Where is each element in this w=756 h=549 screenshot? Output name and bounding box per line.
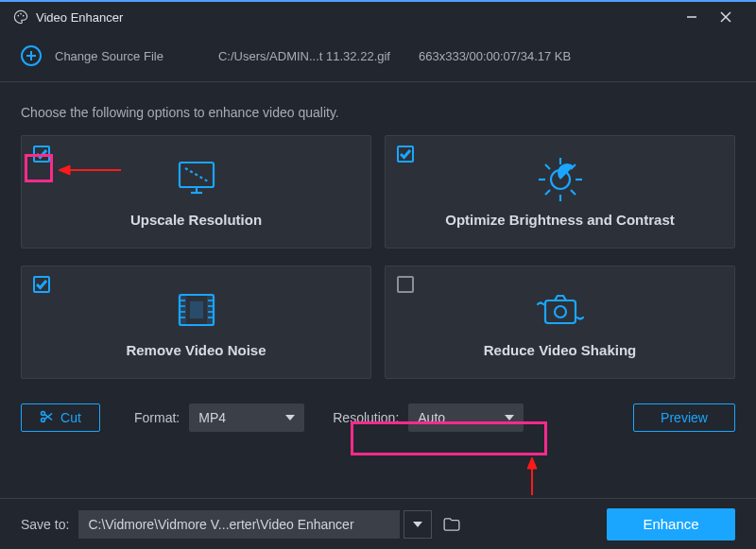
change-source-icon[interactable] — [21, 45, 42, 66]
change-source-label[interactable]: Change Source File — [55, 49, 163, 63]
svg-line-18 — [571, 190, 576, 195]
chevron-down-icon — [413, 522, 422, 527]
format-value: MP4 — [198, 410, 226, 425]
option-shaking-label: Reduce Video Shaking — [484, 342, 636, 358]
option-upscale[interactable]: Upscale Resolution — [21, 135, 371, 249]
options-grid: Upscale Resolution Optimize Brightness a… — [0, 135, 756, 379]
source-row: Change Source File C:/Users/ADMIN...t 11… — [0, 34, 756, 82]
format-dropdown[interactable]: MP4 — [189, 403, 304, 432]
resolution-label: Resolution: — [333, 410, 399, 425]
checkbox-brightness[interactable] — [397, 146, 414, 163]
footer-bar: Save to: C:\Vidmore\Vidmore V...erter\Vi… — [0, 498, 756, 549]
svg-line-20 — [545, 190, 550, 195]
svg-point-0 — [18, 15, 20, 17]
format-label: Format: — [134, 410, 180, 425]
svg-rect-22 — [180, 295, 185, 325]
minimize-button[interactable] — [675, 0, 709, 34]
checkbox-upscale[interactable] — [33, 146, 50, 163]
save-path-dropdown[interactable] — [404, 510, 432, 539]
film-icon — [172, 287, 221, 333]
enhance-button[interactable]: Enhance — [607, 508, 735, 540]
svg-point-34 — [555, 306, 566, 317]
option-noise[interactable]: Remove Video Noise — [21, 266, 371, 379]
resolution-dropdown[interactable]: Auto — [408, 403, 524, 432]
svg-marker-42 — [527, 457, 537, 469]
close-button[interactable] — [709, 0, 743, 34]
save-path-input[interactable]: C:\Vidmore\Vidmore V...erter\Video Enhan… — [78, 510, 400, 539]
chevron-down-icon — [285, 415, 295, 420]
preview-label: Preview — [661, 410, 708, 425]
annotation-arrow-up — [525, 457, 539, 495]
enhance-label: Enhance — [643, 516, 698, 532]
cut-button[interactable]: Cut — [21, 403, 100, 432]
svg-point-2 — [23, 15, 25, 17]
option-shaking[interactable]: Reduce Video Shaking — [385, 266, 735, 379]
checkbox-noise[interactable] — [33, 276, 50, 293]
chevron-down-icon — [505, 415, 514, 420]
sun-icon — [537, 157, 584, 202]
preview-button[interactable]: Preview — [633, 403, 735, 432]
svg-point-1 — [20, 13, 22, 15]
svg-rect-23 — [208, 295, 214, 325]
monitor-icon — [174, 157, 219, 202]
app-title: Video Enhancer — [36, 10, 675, 25]
instructions-text: Choose the following options to enhance … — [0, 82, 756, 135]
svg-rect-32 — [191, 302, 202, 317]
window-top-border — [0, 0, 756, 4]
svg-line-17 — [545, 164, 550, 169]
cut-label: Cut — [60, 410, 81, 425]
controls-row: Cut Format: MP4 Resolution: Auto Preview — [0, 379, 756, 432]
option-brightness-label: Optimize Brightness and Contrast — [445, 212, 675, 228]
option-noise-label: Remove Video Noise — [126, 342, 266, 358]
open-folder-button[interactable] — [438, 510, 466, 539]
source-file-info: 663x333/00:00:07/34.17 KB — [419, 49, 571, 63]
title-bar: Video Enhancer — [0, 0, 756, 34]
svg-point-36 — [42, 411, 45, 415]
option-brightness[interactable]: Optimize Brightness and Contrast — [385, 135, 735, 249]
option-upscale-label: Upscale Resolution — [130, 212, 262, 228]
checkbox-shaking[interactable] — [397, 276, 414, 293]
svg-rect-33 — [545, 300, 576, 323]
scissors-icon — [40, 410, 53, 426]
camera-shake-icon — [532, 287, 589, 333]
save-to-label: Save to: — [21, 517, 69, 532]
svg-point-35 — [42, 418, 45, 421]
save-path-value: C:\Vidmore\Vidmore V...erter\Video Enhan… — [88, 517, 353, 532]
svg-line-9 — [185, 168, 208, 181]
source-file-path: C:/Users/ADMIN...t 11.32.22.gif — [218, 49, 390, 63]
resolution-value: Auto — [418, 410, 445, 425]
app-palette-icon — [13, 9, 28, 25]
